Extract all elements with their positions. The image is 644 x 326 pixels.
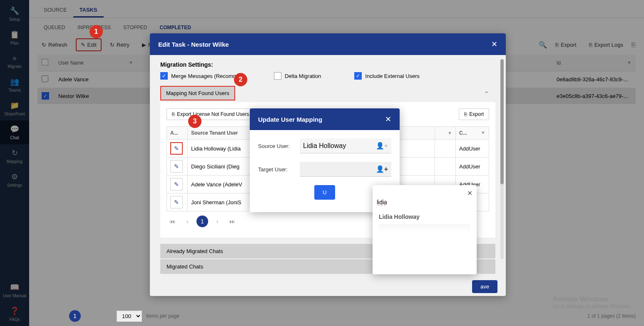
pager-page-1[interactable]: 1 bbox=[196, 216, 208, 227]
edit-row-button[interactable]: ✎ bbox=[170, 142, 183, 155]
scrollbar[interactable] bbox=[500, 59, 504, 259]
save-button[interactable]: ave bbox=[472, 280, 497, 293]
source-user-input[interactable]: Lidia Holloway 👤+ bbox=[300, 138, 391, 153]
filter-icon[interactable]: ▼ bbox=[448, 130, 452, 135]
accordion-mapping-not-found[interactable]: Mapping Not Found Users bbox=[160, 86, 235, 100]
export-icon: ⎘ bbox=[172, 111, 175, 117]
edit-row-button[interactable]: ✎ bbox=[170, 178, 183, 191]
edit-row-button[interactable]: ✎ bbox=[170, 196, 183, 208]
pager-first[interactable]: ⏮ bbox=[167, 216, 178, 227]
delta-checkbox[interactable]: Delta Migration bbox=[274, 72, 321, 80]
target-user-input[interactable]: 👤+ bbox=[300, 162, 391, 177]
user-search-input[interactable] bbox=[377, 196, 472, 209]
callout-3: 3 bbox=[188, 115, 201, 128]
callout-1: 1 bbox=[90, 25, 103, 38]
pager-last[interactable]: ⏭ bbox=[101, 310, 112, 322]
close-button[interactable]: ✕ bbox=[467, 189, 472, 197]
user-add-icon: 👤+ bbox=[376, 142, 388, 150]
pager-prev[interactable]: ‹ bbox=[53, 310, 65, 322]
merge-checkbox[interactable]: ✓Merge Messages (Recomme bbox=[160, 72, 241, 80]
settings-title: Migration Settings: bbox=[160, 61, 495, 68]
modal-title: Edit Task - Nestor Wilke bbox=[158, 41, 229, 48]
pager-next[interactable]: › bbox=[211, 216, 223, 227]
close-button[interactable]: ✕ bbox=[491, 40, 497, 49]
pager-last[interactable]: ⏭ bbox=[226, 216, 238, 227]
update-button[interactable]: U bbox=[314, 185, 335, 200]
external-checkbox[interactable]: ✓Include External Users bbox=[354, 72, 420, 80]
target-user-label: Target User: bbox=[258, 166, 300, 173]
user-add-icon[interactable]: 👤+ bbox=[376, 165, 388, 173]
dropdown-item[interactable]: Lidia Holloway bbox=[377, 209, 472, 224]
edit-row-button[interactable]: ✎ bbox=[170, 160, 183, 173]
export-button[interactable]: ⎘Export bbox=[459, 108, 489, 120]
source-user-label: Source User: bbox=[258, 143, 300, 149]
export-icon: ⎘ bbox=[464, 111, 467, 117]
pager-page-1[interactable]: 1 bbox=[69, 310, 81, 322]
page-summary: 1 of 1 pages (2 items) bbox=[587, 313, 636, 319]
pager-first[interactable]: ⏮ bbox=[37, 310, 49, 322]
items-per-page-label: Items per page bbox=[146, 313, 179, 319]
windows-watermark: Activate Windows Go to Settings to activ… bbox=[553, 295, 632, 309]
user-search-dropdown: ✕ Lidia Holloway bbox=[373, 185, 477, 274]
chevron-up-icon[interactable]: ⌃ bbox=[477, 86, 495, 102]
callout-2: 2 bbox=[234, 73, 247, 86]
pager-next[interactable]: › bbox=[85, 310, 97, 322]
dropdown-item-detail bbox=[379, 224, 470, 233]
update-modal-title: Update User Mapping bbox=[258, 116, 322, 123]
filter-icon[interactable]: ▼ bbox=[481, 130, 485, 135]
close-button[interactable]: ✕ bbox=[385, 115, 391, 124]
footer-pager: ⏮ ‹ 1 › ⏭ 100 Items per page 1 of 1 page… bbox=[37, 310, 636, 322]
pager-prev[interactable]: ‹ bbox=[182, 216, 193, 227]
modal-header: Edit Task - Nestor Wilke ✕ bbox=[150, 33, 506, 55]
export-license-button[interactable]: ⎘Export License Not Found Users bbox=[167, 108, 254, 120]
page-size-select[interactable]: 100 bbox=[117, 311, 142, 322]
